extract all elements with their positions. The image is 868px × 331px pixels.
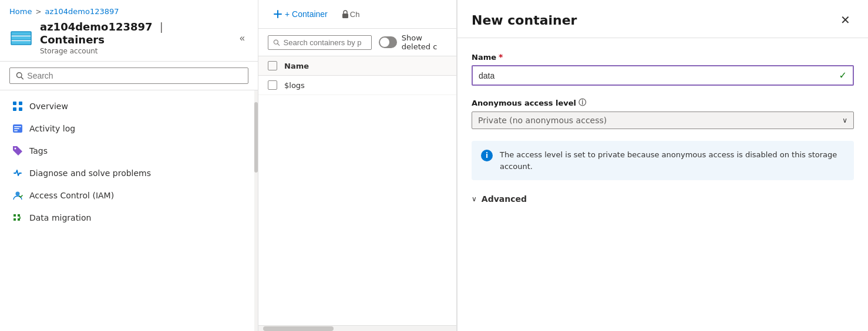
svg-rect-13 xyxy=(14,126,21,127)
panel-title: New container xyxy=(472,13,577,28)
access-level-label: Anonymous access level ⓘ xyxy=(472,97,854,108)
show-deleted-toggle[interactable] xyxy=(379,36,397,48)
sidebar-item-label: Activity log xyxy=(29,124,75,133)
container-name-input[interactable] xyxy=(479,71,839,80)
row-checkbox[interactable] xyxy=(268,80,277,90)
svg-line-7 xyxy=(21,77,23,79)
overview-icon xyxy=(12,100,23,112)
horizontal-scrollbar xyxy=(258,325,456,331)
svg-rect-8 xyxy=(13,102,16,105)
sidebar: Home > az104demo123897 az104demo123897 xyxy=(0,0,258,331)
required-indicator: * xyxy=(499,52,503,62)
breadcrumb-separator: > xyxy=(35,8,41,16)
sidebar-item-label: Diagnose and solve problems xyxy=(29,168,151,178)
migration-icon xyxy=(12,212,23,224)
access-level-selected: Private (no anonymous access) xyxy=(478,116,607,125)
sidebar-item-migration[interactable]: Data migration xyxy=(0,207,254,229)
add-container-button[interactable]: + Container xyxy=(268,6,334,22)
filter-input-wrapper xyxy=(268,35,372,50)
containers-table: Name $logs xyxy=(258,56,456,325)
container-filter-input[interactable] xyxy=(284,38,366,47)
page-title: az104demo123897 | Containers xyxy=(40,21,229,46)
sidebar-search-wrapper xyxy=(9,67,248,84)
svg-rect-20 xyxy=(342,13,348,18)
toggle-label: Show deleted c xyxy=(402,33,447,51)
svg-rect-9 xyxy=(19,102,22,105)
plus-icon xyxy=(274,10,282,18)
sidebar-nav-wrapper: Overview Activity log xyxy=(0,90,258,331)
advanced-label: Advanced xyxy=(482,194,527,204)
sidebar-item-iam[interactable]: Access Control (IAM) xyxy=(0,184,254,207)
breadcrumb-home[interactable]: Home xyxy=(9,7,32,16)
row-name: $logs xyxy=(284,81,305,90)
sidebar-header: Home > az104demo123897 az104demo123897 xyxy=(0,0,258,62)
svg-rect-11 xyxy=(19,107,22,111)
search-input[interactable] xyxy=(27,71,242,80)
panel-header: New container ✕ xyxy=(457,0,868,38)
sidebar-search-box xyxy=(0,62,258,90)
sidebar-item-activity-log[interactable]: Activity log xyxy=(0,117,254,140)
name-form-group: Name * ✓ xyxy=(472,52,854,86)
lock-icon xyxy=(341,9,350,19)
select-all-checkbox[interactable] xyxy=(268,61,277,70)
sidebar-scrollbar xyxy=(254,90,258,331)
column-header-name: Name xyxy=(284,62,309,70)
svg-point-16 xyxy=(15,148,16,150)
new-container-panel: New container ✕ Name * ✓ Anonymous acces… xyxy=(457,0,868,331)
breadcrumb-resource[interactable]: az104demo123897 xyxy=(45,7,119,16)
nav-list: Overview Activity log xyxy=(0,90,254,331)
svg-point-17 xyxy=(16,192,20,196)
sidebar-item-label: Data migration xyxy=(29,213,91,222)
info-icon: i xyxy=(481,150,493,161)
main-area: + Container Ch Show deleted c Name xyxy=(258,0,457,331)
sidebar-item-label: Access Control (IAM) xyxy=(29,191,114,200)
diagnose-icon xyxy=(12,167,23,179)
resource-title-block: az104demo123897 | Containers Storage acc… xyxy=(40,21,229,55)
access-info-icon: ⓘ xyxy=(578,97,586,108)
validation-checkmark: ✓ xyxy=(839,70,847,81)
main-toolbar: + Container Ch xyxy=(258,0,456,29)
resource-subtitle: Storage account xyxy=(40,47,229,55)
main-filters: Show deleted c xyxy=(258,29,456,56)
toggle-wrapper: Show deleted c xyxy=(379,33,447,51)
access-level-form-group: Anonymous access level ⓘ Private (no ano… xyxy=(472,97,854,129)
svg-rect-0 xyxy=(11,32,31,35)
collapse-sidebar-button[interactable]: « xyxy=(236,31,248,46)
filter-search-icon xyxy=(273,39,280,46)
advanced-section[interactable]: ∨ Advanced xyxy=(472,192,854,206)
svg-rect-10 xyxy=(13,107,16,111)
sidebar-item-tags[interactable]: Tags xyxy=(0,140,254,162)
info-box: i The access level is set to private bec… xyxy=(472,141,854,180)
sidebar-item-overview[interactable]: Overview xyxy=(0,95,254,117)
svg-line-22 xyxy=(278,43,280,45)
access-level-dropdown[interactable]: Private (no anonymous access) ∨ xyxy=(472,112,854,129)
panel-body: Name * ✓ Anonymous access level ⓘ Privat… xyxy=(457,38,868,331)
table-header: Name xyxy=(258,56,456,76)
advanced-chevron-icon: ∨ xyxy=(472,195,477,203)
svg-rect-2 xyxy=(11,41,31,45)
panel-close-button[interactable]: ✕ xyxy=(837,11,854,29)
change-access-button[interactable]: Ch xyxy=(336,6,365,22)
scroll-thumb xyxy=(263,326,334,331)
sidebar-item-label: Overview xyxy=(29,102,68,111)
name-input-wrapper: ✓ xyxy=(472,65,854,86)
name-label: Name * xyxy=(472,52,854,62)
tags-icon xyxy=(12,145,23,157)
breadcrumb: Home > az104demo123897 xyxy=(9,7,248,16)
info-message: The access level is set to private becau… xyxy=(500,149,845,172)
resource-header: az104demo123897 | Containers Storage acc… xyxy=(9,21,248,55)
table-row[interactable]: $logs xyxy=(258,76,456,95)
sidebar-item-label: Tags xyxy=(29,146,48,156)
search-icon xyxy=(16,72,23,80)
svg-rect-1 xyxy=(11,36,31,40)
activity-icon xyxy=(12,123,23,134)
svg-rect-14 xyxy=(14,129,19,130)
svg-rect-15 xyxy=(14,130,18,131)
chevron-down-icon: ∨ xyxy=(842,116,847,124)
sidebar-scrollbar-thumb xyxy=(254,102,258,173)
sidebar-item-diagnose[interactable]: Diagnose and solve problems xyxy=(0,162,254,184)
resource-icon xyxy=(9,26,33,50)
iam-icon xyxy=(12,190,23,201)
